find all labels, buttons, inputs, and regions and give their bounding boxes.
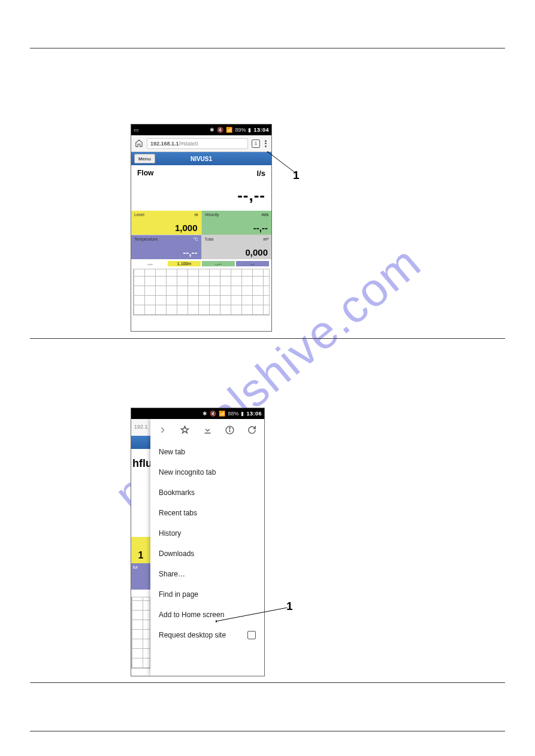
url-path: /#state0 (179, 141, 198, 147)
tile-label: Velocity (205, 212, 269, 217)
tab-count-button[interactable]: 1 (252, 139, 260, 148)
tile-value: 0,000 (245, 247, 268, 257)
browser-toolbar: 192.168.1.1/#state0 1 (131, 135, 271, 152)
seg-a: -,-- (134, 261, 167, 266)
app-title: NIVUS1 (131, 156, 271, 162)
svg-point-4 (229, 427, 230, 428)
tile-temperature[interactable]: Temperature °C --,-- (131, 235, 201, 259)
tile-level-clipped: 1 (131, 537, 150, 563)
menu-item-label: New incognito tab (159, 468, 216, 476)
status-bar: ▭ ✱ 🔇 📶 89% ▮ 13:04 (131, 125, 271, 135)
battery-percent: 89% (235, 127, 246, 133)
flow-value: --,-- (137, 186, 265, 205)
menu-item-history[interactable]: History (150, 523, 264, 544)
tile-level[interactable]: Level m 1,000 (131, 211, 201, 235)
tile-unit: m³ (264, 237, 268, 241)
info-icon[interactable] (225, 425, 235, 436)
flow-unit: l/s (137, 169, 265, 178)
url-field[interactable]: 192.168.1.1/#state0 (147, 138, 248, 149)
chart-grid (133, 269, 270, 315)
menu-item-label: Share… (159, 570, 185, 578)
home-icon[interactable] (135, 139, 143, 148)
segment-row: -,-- 1,100m -,--- -,- (131, 261, 271, 266)
tile-value: --,-- (253, 223, 268, 233)
phone-screenshot-2: ✱ 🔇 📶 88% ▮ 13:06 192.1 hflu 1 tur New t… (131, 408, 265, 676)
menu-item-label: Downloads (159, 549, 194, 558)
menu-item-label: Add to Home screen (159, 611, 224, 619)
star-icon[interactable] (180, 425, 190, 436)
menu-item-label: Recent tabs (159, 509, 197, 517)
clock: 13:04 (253, 127, 269, 133)
tile-unit: °C (194, 237, 198, 241)
menu-item-incognito[interactable]: New incognito tab (150, 462, 264, 482)
tile-value: --,-- (183, 247, 197, 257)
desktop-site-checkbox[interactable] (247, 631, 256, 639)
seg-b: 1,100m (168, 261, 201, 266)
top-rule (30, 48, 505, 48)
menu-item-label: History (159, 529, 181, 538)
forward-icon[interactable] (158, 425, 168, 436)
url-host: 192.168.1.1 (150, 141, 179, 147)
overflow-menu-panel: New tab New incognito tab Bookmarks Rece… (150, 419, 264, 676)
menu-item-share[interactable]: Share… (150, 564, 264, 584)
menu-item-downloads[interactable]: Downloads (150, 544, 264, 564)
mute-icon: 🔇 (217, 127, 223, 133)
menu-item-label: Bookmarks (159, 488, 195, 497)
tile-label: Level (134, 212, 198, 217)
menu-item-bookmarks[interactable]: Bookmarks (150, 482, 264, 503)
tile-label: Total (205, 237, 269, 241)
seg-c: -,--- (202, 261, 235, 266)
menu-item-desktop-site[interactable]: Request desktop site (150, 625, 264, 645)
wifi-icon: 📶 (226, 127, 232, 133)
menu-item-add-home[interactable]: Add to Home screen (150, 605, 264, 625)
tile-velocity[interactable]: Velocity m/s --,-- (202, 211, 272, 235)
overflow-menu-button[interactable] (264, 140, 268, 147)
menu-item-label: New tab (159, 448, 185, 456)
download-icon[interactable] (202, 425, 213, 436)
app-icon: ▭ (134, 127, 139, 133)
bottom-rule (30, 731, 505, 731)
app-header: Menu NIVUS1 (131, 152, 271, 165)
tiles-grid: Level m 1,000 Velocity m/s --,-- Tempera… (131, 211, 271, 259)
callout-label-2: 1 (286, 600, 293, 613)
bluetooth-icon: ✱ (210, 127, 214, 133)
tile-total[interactable]: Total m³ 0,000 (202, 235, 272, 259)
flow-card: Flow l/s --,-- (131, 165, 271, 211)
menu-icon-row (150, 419, 264, 442)
seg-d: -,- (236, 261, 269, 266)
tile-unit: m (195, 212, 198, 217)
menu-item-new-tab[interactable]: New tab (150, 442, 264, 462)
tile-temp-clipped: tur (131, 563, 150, 590)
battery-icon: ▮ (248, 127, 251, 133)
menu-item-recent-tabs[interactable]: Recent tabs (150, 503, 264, 523)
menu-item-label: Request desktop site (159, 631, 226, 639)
tile-value: 1,000 (175, 223, 198, 233)
menu-item-label: Find in page (159, 590, 198, 599)
phone-screenshot-1: ▭ ✱ 🔇 📶 89% ▮ 13:04 192.168.1.1/#state0 … (131, 124, 272, 332)
refresh-icon[interactable] (247, 425, 257, 436)
menu-item-find[interactable]: Find in page (150, 584, 264, 605)
tile-unit: m/s (262, 212, 268, 217)
chart-grid-clipped (131, 597, 150, 669)
tile-label: Temperature (134, 237, 198, 241)
clipped-text: hflu (132, 457, 152, 470)
divider-rule-2 (30, 682, 505, 683)
divider-rule-1 (30, 338, 505, 339)
callout-label-1: 1 (293, 169, 300, 182)
